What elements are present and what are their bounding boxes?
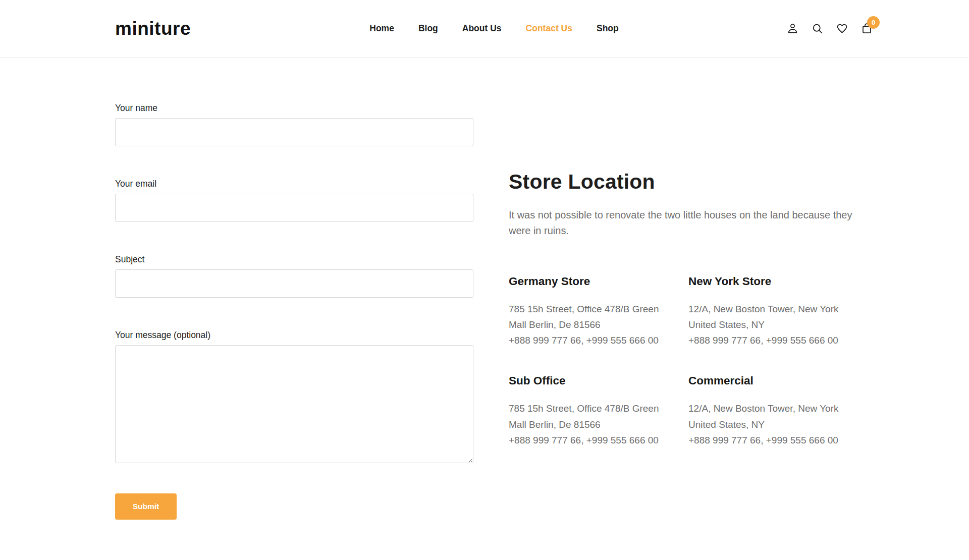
address-line: 12/A, New Boston Tower, New York bbox=[688, 401, 865, 416]
phone-line: +888 999 777 66, +999 555 666 00 bbox=[509, 432, 688, 448]
user-icon bbox=[786, 22, 799, 35]
email-input[interactable] bbox=[115, 194, 473, 222]
store-address: 785 15h Street, Office 478/B Green Mall … bbox=[509, 301, 688, 348]
store-location-title: Store Location bbox=[509, 170, 865, 194]
store-location-section: Store Location It was not possible to re… bbox=[509, 103, 865, 520]
subject-input[interactable] bbox=[115, 269, 473, 298]
store-block-sub-office: Sub Office 785 15h Street, Office 478/B … bbox=[509, 374, 688, 447]
address-line: 12/A, New Boston Tower, New York bbox=[688, 301, 865, 317]
submit-button[interactable]: Submit bbox=[115, 493, 177, 520]
nav-item-contact-us[interactable]: Contact Us bbox=[526, 23, 572, 34]
address-line: United States, NY bbox=[688, 417, 865, 432]
nav-item-about-us[interactable]: About Us bbox=[462, 23, 502, 34]
store-block-commercial: Commercial 12/A, New Boston Tower, New Y… bbox=[688, 374, 865, 447]
nav-item-home[interactable]: Home bbox=[369, 23, 394, 34]
nav-item-blog[interactable]: Blog bbox=[418, 23, 438, 34]
address-line: 785 15h Street, Office 478/B Green bbox=[509, 401, 688, 416]
address-line: Mall Berlin, De 81566 bbox=[509, 417, 688, 432]
phone-line: +888 999 777 66, +999 555 666 00 bbox=[509, 332, 688, 348]
subject-field-group: Subject bbox=[115, 254, 473, 298]
phone-line: +888 999 777 66, +999 555 666 00 bbox=[688, 332, 865, 348]
cart-button[interactable]: 0 bbox=[860, 22, 873, 35]
message-field-label: Your message (optional) bbox=[115, 330, 473, 341]
contact-page-main: Your name Your email Subject Your messag… bbox=[0, 58, 969, 520]
search-icon bbox=[811, 22, 824, 35]
store-name: Sub Office bbox=[509, 374, 688, 387]
address-line: United States, NY bbox=[688, 317, 865, 332]
main-nav: Home Blog About Us Contact Us Shop bbox=[369, 23, 618, 34]
store-name: Commercial bbox=[688, 374, 865, 387]
site-header: miniture Home Blog About Us Contact Us S… bbox=[0, 0, 969, 58]
name-input[interactable] bbox=[115, 118, 473, 146]
address-line: Mall Berlin, De 81566 bbox=[509, 317, 688, 332]
subject-field-label: Subject bbox=[115, 254, 473, 265]
cart-count-badge: 0 bbox=[867, 16, 880, 29]
store-name: Germany Store bbox=[509, 275, 688, 288]
message-textarea[interactable] bbox=[115, 345, 473, 463]
name-field-group: Your name bbox=[115, 103, 473, 146]
wishlist-button[interactable] bbox=[835, 22, 848, 35]
address-line: 785 15h Street, Office 478/B Green bbox=[509, 301, 688, 317]
store-block-germany: Germany Store 785 15h Street, Office 478… bbox=[509, 275, 688, 348]
store-location-description: It was not possible to renovate the two … bbox=[509, 207, 865, 239]
store-address: 12/A, New Boston Tower, New York United … bbox=[688, 301, 865, 348]
contact-form: Your name Your email Subject Your messag… bbox=[115, 103, 473, 520]
email-field-label: Your email bbox=[115, 179, 473, 189]
name-field-label: Your name bbox=[115, 103, 473, 114]
store-grid: Germany Store 785 15h Street, Office 478… bbox=[509, 275, 865, 448]
search-button[interactable] bbox=[811, 22, 824, 35]
email-field-group: Your email bbox=[115, 179, 473, 222]
store-address: 12/A, New Boston Tower, New York United … bbox=[688, 401, 865, 447]
message-field-group: Your message (optional) bbox=[115, 330, 473, 463]
account-button[interactable] bbox=[786, 22, 799, 35]
heart-icon bbox=[836, 22, 848, 35]
nav-item-shop[interactable]: Shop bbox=[597, 23, 619, 34]
store-address: 785 15h Street, Office 478/B Green Mall … bbox=[509, 401, 688, 447]
store-block-new-york: New York Store 12/A, New Boston Tower, N… bbox=[688, 275, 865, 348]
header-icons: 0 bbox=[619, 22, 873, 35]
phone-line: +888 999 777 66, +999 555 666 00 bbox=[688, 432, 865, 448]
brand-logo[interactable]: miniture bbox=[115, 18, 369, 39]
store-name: New York Store bbox=[688, 275, 865, 288]
